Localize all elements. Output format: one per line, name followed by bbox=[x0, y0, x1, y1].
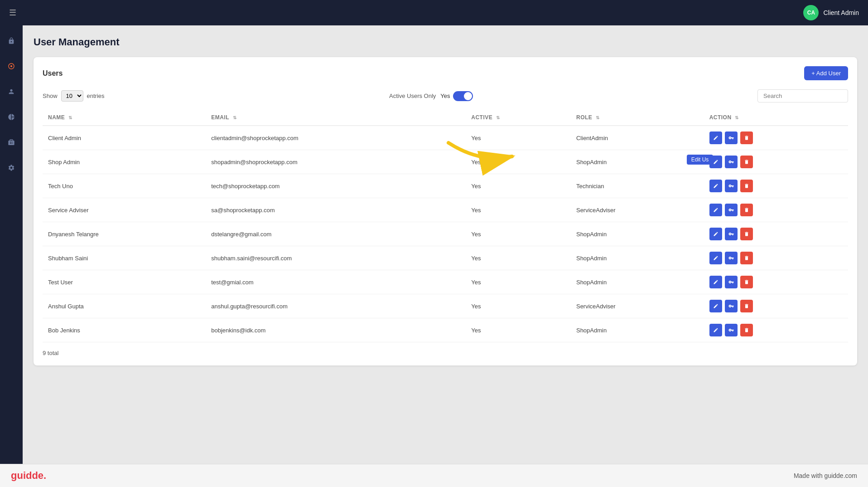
cell-action bbox=[704, 318, 848, 342]
delete-button[interactable] bbox=[740, 204, 753, 216]
cell-name: Service Adviser bbox=[43, 198, 206, 222]
col-active: ACTIVE ⇅ bbox=[466, 110, 571, 126]
key-button[interactable] bbox=[725, 228, 738, 240]
add-user-button[interactable]: + Add User bbox=[804, 66, 848, 80]
key-button[interactable] bbox=[725, 300, 738, 312]
users-card: Users + Add User Show 10 25 50 entries A… bbox=[34, 57, 857, 365]
action-buttons bbox=[709, 204, 843, 216]
edit-button[interactable] bbox=[709, 252, 722, 264]
key-button[interactable] bbox=[725, 180, 738, 192]
active-users-filter: Active Users Only Yes bbox=[389, 91, 473, 101]
cell-email: shopadmin@shoprocketapp.com bbox=[206, 150, 466, 174]
sidebar-icon-user[interactable] bbox=[3, 83, 19, 100]
cell-action bbox=[704, 126, 848, 150]
sort-active-icon: ⇅ bbox=[496, 115, 500, 120]
col-email: EMAIL ⇅ bbox=[206, 110, 466, 126]
footer-logo: guidde. bbox=[11, 470, 46, 482]
action-buttons bbox=[709, 300, 843, 312]
edit-button[interactable] bbox=[709, 204, 722, 216]
edit-button[interactable] bbox=[709, 131, 722, 144]
table-row: Bob Jenkinsbobjenkins@idk.comYesShopAdmi… bbox=[43, 318, 848, 342]
table-row: Tech Unotech@shoprocketapp.comYesTechnic… bbox=[43, 174, 848, 198]
key-button[interactable] bbox=[725, 204, 738, 216]
total-label: 9 total bbox=[43, 350, 848, 356]
avatar: CA bbox=[803, 5, 819, 20]
delete-button[interactable] bbox=[740, 180, 753, 192]
sidebar-icon-lock[interactable] bbox=[3, 33, 19, 49]
sidebar-icon-chart[interactable] bbox=[3, 109, 19, 125]
cell-action bbox=[704, 222, 848, 246]
show-label: Show bbox=[43, 93, 58, 99]
sidebar-icon-gear[interactable] bbox=[3, 160, 19, 176]
key-button[interactable] bbox=[725, 324, 738, 336]
toggle-yes-label: Yes bbox=[440, 93, 450, 99]
cell-name: Anshul Gupta bbox=[43, 294, 206, 318]
cell-email: anshul.gupta@resourcifi.com bbox=[206, 294, 466, 318]
sort-role-icon: ⇅ bbox=[596, 115, 600, 120]
edit-button[interactable] bbox=[709, 180, 722, 192]
edit-tooltip: Edit Us bbox=[687, 155, 714, 165]
footer-tagline: Made with guidde.com bbox=[794, 472, 857, 479]
delete-button[interactable] bbox=[740, 300, 753, 312]
table-row: Client Adminclientadmin@shoprocketapp.co… bbox=[43, 126, 848, 150]
cell-name: Test User bbox=[43, 270, 206, 294]
cell-name: Bob Jenkins bbox=[43, 318, 206, 342]
table-row: Service Advisersa@shoprocketapp.comYesSe… bbox=[43, 198, 848, 222]
cell-role: ShopAdmin bbox=[571, 150, 704, 174]
cell-name: Tech Uno bbox=[43, 174, 206, 198]
users-table: NAME ⇅ EMAIL ⇅ ACTIVE ⇅ ROLE ⇅ ACTION ⇅ … bbox=[43, 110, 848, 342]
search-input[interactable] bbox=[757, 89, 848, 102]
delete-button[interactable] bbox=[740, 156, 753, 168]
edit-button[interactable] bbox=[709, 228, 722, 240]
cell-email: shubham.saini@resourcifi.com bbox=[206, 246, 466, 270]
cell-active: Yes bbox=[466, 174, 571, 198]
key-button[interactable] bbox=[725, 131, 738, 144]
cell-name: Shop Admin bbox=[43, 150, 206, 174]
edit-button[interactable] bbox=[709, 324, 722, 336]
delete-button[interactable] bbox=[740, 324, 753, 336]
cell-active: Yes bbox=[466, 222, 571, 246]
cell-name: Dnyanesh Telangre bbox=[43, 222, 206, 246]
cell-action bbox=[704, 198, 848, 222]
edit-button[interactable]: Edit Us bbox=[709, 156, 722, 168]
cell-email: bobjenkins@idk.com bbox=[206, 318, 466, 342]
cell-role: ShopAdmin bbox=[571, 222, 704, 246]
cell-email: tech@shoprocketapp.com bbox=[206, 174, 466, 198]
sidebar-icon-briefcase[interactable] bbox=[3, 134, 19, 151]
key-button[interactable] bbox=[725, 252, 738, 264]
action-buttons bbox=[709, 228, 843, 240]
delete-button[interactable] bbox=[740, 276, 753, 288]
card-title: Users bbox=[43, 69, 63, 78]
active-users-toggle[interactable] bbox=[453, 91, 473, 101]
delete-button[interactable] bbox=[740, 228, 753, 240]
cell-role: ServiceAdviser bbox=[571, 198, 704, 222]
sidebar-icon-target[interactable] bbox=[3, 58, 19, 74]
edit-button[interactable] bbox=[709, 300, 722, 312]
key-button[interactable] bbox=[725, 276, 738, 288]
sort-action-icon: ⇅ bbox=[735, 115, 739, 120]
table-row: Anshul Guptaanshul.gupta@resourcifi.comY… bbox=[43, 294, 848, 318]
edit-button[interactable] bbox=[709, 276, 722, 288]
action-buttons bbox=[709, 180, 843, 192]
top-nav: ☰ CA Client Admin bbox=[0, 0, 868, 25]
cell-email: clientadmin@shoprocketapp.com bbox=[206, 126, 466, 150]
delete-button[interactable] bbox=[740, 131, 753, 144]
cell-email: test@gmial.com bbox=[206, 270, 466, 294]
user-info: CA Client Admin bbox=[803, 5, 859, 20]
action-buttons bbox=[709, 276, 843, 288]
cell-email: sa@shoprocketapp.com bbox=[206, 198, 466, 222]
cell-role: ShopAdmin bbox=[571, 318, 704, 342]
delete-button[interactable] bbox=[740, 252, 753, 264]
cell-active: Yes bbox=[466, 126, 571, 150]
toggle-container: Yes bbox=[440, 91, 473, 101]
col-role: ROLE ⇅ bbox=[571, 110, 704, 126]
username: Client Admin bbox=[823, 9, 859, 16]
cell-action bbox=[704, 294, 848, 318]
sort-name-icon: ⇅ bbox=[68, 115, 72, 120]
cell-active: Yes bbox=[466, 198, 571, 222]
entries-select[interactable]: 10 25 50 bbox=[61, 90, 83, 102]
table-controls: Show 10 25 50 entries Active Users Only … bbox=[43, 89, 848, 102]
cell-active: Yes bbox=[466, 294, 571, 318]
key-button[interactable] bbox=[725, 156, 738, 168]
hamburger-icon[interactable]: ☰ bbox=[9, 8, 16, 18]
